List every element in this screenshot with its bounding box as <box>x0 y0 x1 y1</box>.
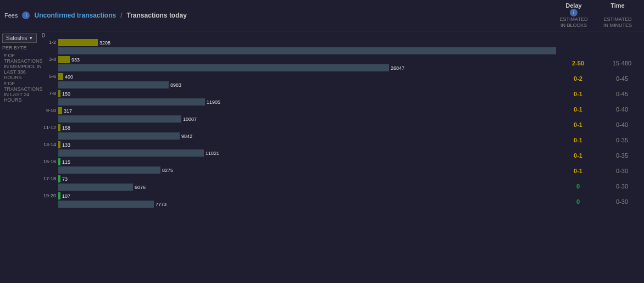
olive-bar-value: 317 <box>62 108 72 114</box>
slate-bar-value: 9842 <box>180 134 192 139</box>
chart-row: 3-493326847 <box>41 56 554 72</box>
slate-bar <box>58 64 389 71</box>
slate-bar-value: 7773 <box>154 202 166 207</box>
value-row: 00-30 <box>556 179 644 194</box>
bars-wrap: 1077773 <box>58 192 554 208</box>
slate-bar <box>58 149 204 157</box>
chart-row: 17-18736076 <box>41 175 554 191</box>
slate-bar-value: 10007 <box>181 116 197 122</box>
slate-bar-value: 26847 <box>389 65 404 71</box>
bars-wrap: 13311821 <box>58 141 554 157</box>
olive-bar-value: 400 <box>63 74 73 80</box>
delay-value: 0-2 <box>556 75 600 82</box>
delay-value: 0 <box>556 183 600 190</box>
value-row: 0-10-45 <box>556 86 644 102</box>
olive-bar-line: 115 <box>58 158 554 166</box>
olive-bar-value: 158 <box>60 125 70 131</box>
time-value: 0-30 <box>600 183 644 190</box>
value-row: 0-10-35 <box>556 132 644 148</box>
legend: # OF TRANSACTIONS IN MEMPOOL IN LAST 336… <box>2 53 36 103</box>
y-axis-label: 15-16 <box>41 158 58 164</box>
delay-sub1: ESTIMATED <box>552 16 596 23</box>
delay-sub2: IN BLOCKS <box>552 23 596 29</box>
slate-bar-line: 8275 <box>58 167 554 174</box>
y-axis-label: 17-18 <box>41 175 58 181</box>
olive-bar-value: 115 <box>60 159 70 165</box>
olive-bar-value: 73 <box>60 176 68 182</box>
chart-row: 19-201077773 <box>41 192 554 208</box>
bars-wrap: 4008983 <box>58 73 554 89</box>
value-row: 0-20-45 <box>556 71 644 86</box>
delay-value: 0 <box>556 198 600 205</box>
olive-bar-value: 3208 <box>98 40 110 46</box>
time-sub2: IN MINUTES <box>596 23 640 29</box>
time-value: 0-40 <box>600 106 644 113</box>
delay-value: 0-1 <box>556 91 600 97</box>
delay-info-icon[interactable]: i <box>570 9 578 16</box>
value-row: 2-5015-480 <box>556 56 644 71</box>
slate-bar <box>58 47 556 54</box>
legend-mempool-label: # OF TRANSACTIONS IN MEMPOOL IN LAST 336… <box>4 53 43 80</box>
content-area: Satoshis ▼ PER BYTE # OF TRANSACTIONS IN… <box>0 31 644 283</box>
olive-bar-line: 107 <box>58 192 554 200</box>
olive-bar-value: 107 <box>60 193 70 199</box>
slate-bar-line: 9842 <box>58 132 554 140</box>
olive-bar-line: 158 <box>58 124 554 132</box>
time-value: 0-45 <box>600 91 644 97</box>
y-axis-label: 9-10 <box>41 107 58 113</box>
right-headers: Delay i ESTIMATED IN BLOCKS Time ESTIMAT… <box>552 2 640 29</box>
slate-bar <box>58 167 160 174</box>
bars-wrap: 15011905 <box>58 90 554 106</box>
olive-bar <box>58 56 70 63</box>
olive-bar-line: 150 <box>58 90 554 98</box>
slate-bar-line: 26847 <box>58 64 554 72</box>
unit-label: Satoshis <box>6 35 27 41</box>
chart-rows: 1-23208428103-4933268475-640089837-81501… <box>41 39 554 208</box>
slate-bar <box>58 184 133 191</box>
slate-bar-value: 8275 <box>160 168 173 173</box>
value-row: 00-30 <box>556 194 644 209</box>
delay-value: 0-1 <box>556 152 600 159</box>
time-value: 15-480 <box>600 60 644 66</box>
bars-wrap: 320842810 <box>58 39 556 55</box>
y-axis-label: 5-6 <box>41 73 58 79</box>
delay-value: 0-1 <box>556 106 600 113</box>
slate-bar <box>58 201 154 208</box>
time-value: 0-40 <box>600 121 644 128</box>
delay-value: 0-1 <box>556 121 600 128</box>
fees-label: Fees <box>4 12 18 19</box>
slate-bar-value: 11905 <box>205 99 220 105</box>
slate-bar-line: 11905 <box>58 98 554 106</box>
delay-value: 0-1 <box>556 168 600 174</box>
bars-wrap: 31710007 <box>58 107 554 123</box>
olive-bar-line: 3208 <box>58 39 556 47</box>
bars-wrap: 93326847 <box>58 56 554 72</box>
time-main-label: Time <box>596 2 640 9</box>
delay-value: 0-1 <box>556 137 600 143</box>
slate-bar <box>58 98 205 106</box>
right-panel: 2-5015-4800-20-450-10-450-10-400-10-400-… <box>556 31 644 283</box>
value-row: 0-10-35 <box>556 148 644 163</box>
y-axis-label: 11-12 <box>41 124 58 130</box>
olive-bar-line: 73 <box>58 175 554 183</box>
left-panel: Satoshis ▼ PER BYTE # OF TRANSACTIONS IN… <box>0 31 38 283</box>
value-row: 0-10-40 <box>556 117 644 132</box>
olive-bar <box>58 73 63 80</box>
unconfirmed-title-link[interactable]: Unconfirmed transactions <box>34 12 116 19</box>
legend-mempool-item: # OF TRANSACTIONS IN MEMPOOL IN LAST 336… <box>2 53 36 80</box>
time-value: 0-45 <box>600 75 644 82</box>
time-value: 0-30 <box>600 198 644 205</box>
olive-bar-value: 133 <box>60 142 70 148</box>
title-separator: / <box>120 12 122 19</box>
legend-24h-label: # OF TRANSACTIONS IN LAST 24 HOURS <box>4 81 43 103</box>
title-current: Transactions today <box>127 12 187 19</box>
delay-header: Delay i ESTIMATED IN BLOCKS <box>552 2 596 29</box>
bars-wrap: 1158275 <box>58 158 554 174</box>
chart-area: 0 1-23208428103-4933268475-640089837-815… <box>38 31 556 283</box>
delay-value: 2-50 <box>556 60 600 66</box>
slate-bar <box>58 115 181 123</box>
info-icon[interactable]: i <box>22 12 30 19</box>
main-container: Fees i Unconfirmed transactions / Transa… <box>0 0 644 283</box>
unit-button[interactable]: Satoshis ▼ <box>2 34 37 43</box>
chart-row: 7-815011905 <box>41 90 554 106</box>
